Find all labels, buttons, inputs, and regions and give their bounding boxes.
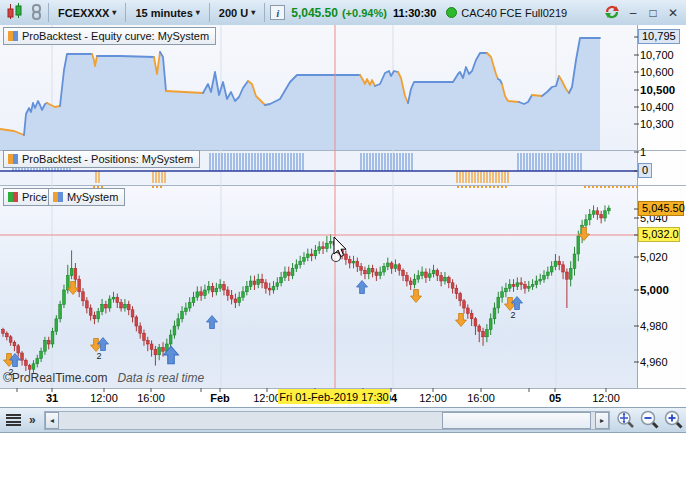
close-button[interactable]: ✕ [666,6,680,20]
time-scrollbar[interactable]: ◂ ▸ [44,411,610,430]
price-change-percent: (+0.94%) [342,7,387,19]
units-dropdown[interactable]: 200 U▾ [215,7,259,19]
probacktest-icon [8,154,18,164]
contract-name: CAC40 FCE Full0219 [461,7,567,19]
price-series-label[interactable]: Price [3,188,54,206]
pane-separator[interactable] [0,185,686,186]
toolbar-separator [264,3,265,22]
info-icon[interactable]: i [270,5,285,20]
instrument-dropdown[interactable]: FCEXXXX▾ [54,7,120,19]
maximize-button[interactable]: □ [646,6,660,20]
axis-tick-label: 0 [638,163,652,178]
mysystem-icon [53,192,63,202]
scroll-right-button[interactable]: ▸ [595,412,609,429]
trade-quantity-label: 2 [96,351,101,361]
expand-toolbar-icon[interactable]: » [29,413,36,427]
chevron-down-icon: ▾ [196,8,200,17]
chart-window: FCEXXXX▾ 15 minutes▾ 200 U▾ i 5,045.50 (… [0,0,686,433]
system-series-label[interactable]: MySystem [48,188,125,206]
axis-tick-label: 5,000 [640,284,669,296]
time-tick-label: 12:00 [419,392,447,404]
time-tick-label: 12:00 [253,392,281,404]
time-tick-label: 16:00 [137,392,165,404]
probacktest-icon [8,31,18,41]
axis-tick-label: 5,032.0 [638,227,680,242]
candlestick-chart-icon[interactable] [6,3,24,22]
title-bar: FCEXXXX▾ 15 minutes▾ 200 U▾ i 5,045.50 (… [0,0,686,26]
chevron-down-icon: ▾ [112,8,116,17]
toolbar-separator [209,3,210,22]
toolbar-separator [48,3,49,22]
axis-tick-label: 5,045.50 [638,201,684,216]
axis-tick-label: 10,700 [640,49,674,61]
time-tick-label: 12:00 [592,392,620,404]
realtime-data-note: Data is real time [117,371,204,385]
time-tick-label: 31 [46,392,58,404]
positions-pane-label[interactable]: ProBacktest - Positions: MySystem [3,150,200,168]
quote-clock: 11:30:30 [393,7,436,19]
axis-tick-label: 10,400 [640,101,674,113]
prorealtime-brand: ©ProRealTime.com [3,371,107,385]
scroll-left-button[interactable]: ◂ [45,412,59,429]
axis-tick-label: 10,600 [640,66,674,78]
time-tick-label: Feb [210,392,230,404]
zoom-fit-icon[interactable] [614,409,636,431]
axis-tick-label: 10,795 [638,29,680,44]
zoom-out-icon[interactable] [638,409,660,431]
menu-icon[interactable] [6,414,21,426]
scrollbar-thumb[interactable] [442,412,591,429]
axis-tick-label: 4,980 [640,320,668,332]
time-tick-label: 05 [549,392,561,404]
refresh-icon[interactable] [604,4,620,22]
equity-pane-label[interactable]: ProBacktest - Equity curve: MySystem [3,27,216,45]
minimize-button[interactable]: – [626,6,640,20]
time-tick-label: 12:00 [90,392,118,404]
axis-tick-label: 10,500 [640,84,675,96]
price-series-icon [8,192,18,202]
trade-quantity-label: 2 [8,367,13,377]
link-chain-icon[interactable] [30,4,43,22]
trade-quantity-label: 2 [510,310,515,320]
cursor-date-box: Fri 01-Feb-2019 17:30 [278,389,390,404]
chevron-down-icon: ▾ [251,8,255,17]
timeframe-dropdown[interactable]: 15 minutes▾ [131,7,203,19]
bottom-toolbar: » ◂ ▸ [0,407,686,432]
watermark: ©ProRealTime.com Data is real time [3,371,204,385]
axis-tick-label: 5,020 [640,251,668,263]
zoom-in-icon[interactable] [662,409,684,431]
axis-tick-label: 10,300 [640,118,674,130]
time-tick-label: 16:00 [467,392,495,404]
axis-tick-label: 1 [640,146,646,158]
feed-status-dot [446,7,457,18]
last-price: 5,045.50 [291,6,338,20]
axis-tick-label: 4,960 [640,356,668,368]
toolbar-separator [125,3,126,22]
